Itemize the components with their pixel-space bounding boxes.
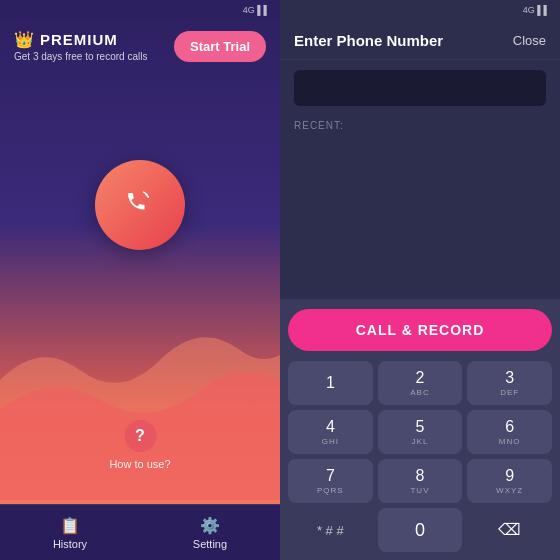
dial-key-9[interactable]: 9WXYZ xyxy=(467,459,552,503)
dial-key-main-8: 9 xyxy=(505,468,514,484)
start-trial-button[interactable]: Start Trial xyxy=(174,31,266,62)
dial-key-main-9: * # # xyxy=(317,524,344,537)
dial-key-main-6: 7 xyxy=(326,468,335,484)
dial-key-main-7: 8 xyxy=(416,468,425,484)
how-to-use-section[interactable]: ? How to use? xyxy=(109,420,170,470)
history-label: History xyxy=(53,538,87,550)
close-button[interactable]: Close xyxy=(513,33,546,48)
dial-key-⌫[interactable]: ⌫ xyxy=(467,508,552,552)
premium-subtitle: Get 3 days free to record calls xyxy=(14,51,147,62)
dial-key-sub-2: DEF xyxy=(500,388,519,397)
premium-info: 👑 PREMIUM Get 3 days free to record call… xyxy=(14,30,147,62)
left-header: 👑 PREMIUM Get 3 days free to record call… xyxy=(0,20,280,70)
dial-key-1[interactable]: 1 xyxy=(288,361,373,405)
left-status-text: 4G ▌▌ xyxy=(243,5,270,15)
nav-item-setting[interactable]: ⚙️ Setting xyxy=(193,516,227,550)
dial-key-4[interactable]: 4GHI xyxy=(288,410,373,454)
dial-key-2[interactable]: 2ABC xyxy=(378,361,463,405)
dialpad-container: CALL & RECORD 12ABC3DEF4GHI5JKL6MNO7PQRS… xyxy=(280,299,560,560)
call-record-button[interactable]: CALL & RECORD xyxy=(288,309,552,351)
premium-label: PREMIUM xyxy=(40,31,118,48)
dial-key-main-3: 4 xyxy=(326,419,335,435)
setting-icon: ⚙️ xyxy=(200,516,220,535)
dial-key-sub-1: ABC xyxy=(410,388,429,397)
phone-number-input[interactable] xyxy=(294,70,546,106)
right-panel: 4G ▌▌ Enter Phone Number Close RECENT: C… xyxy=(280,0,560,560)
dial-key-*##[interactable]: * # # xyxy=(288,508,373,552)
enter-phone-title: Enter Phone Number xyxy=(294,32,443,49)
question-button[interactable]: ? xyxy=(124,420,156,452)
wave-decoration xyxy=(0,300,280,500)
wave-svg xyxy=(0,300,280,500)
dial-key-8[interactable]: 8TUV xyxy=(378,459,463,503)
how-to-label: How to use? xyxy=(109,458,170,470)
dial-key-6[interactable]: 6MNO xyxy=(467,410,552,454)
dial-key-main-1: 2 xyxy=(416,370,425,386)
left-panel: 4G ▌▌ 👑 PREMIUM Get 3 days free to recor… xyxy=(0,0,280,560)
dial-key-main-5: 6 xyxy=(505,419,514,435)
dial-key-sub-7: TUV xyxy=(410,486,429,495)
dial-key-3[interactable]: 3DEF xyxy=(467,361,552,405)
setting-label: Setting xyxy=(193,538,227,550)
dialpad-grid: 12ABC3DEF4GHI5JKL6MNO7PQRS8TUV9WXYZ* # #… xyxy=(288,361,552,552)
nav-item-history[interactable]: 📋 History xyxy=(53,516,87,550)
dial-key-0[interactable]: 0 xyxy=(378,508,463,552)
history-icon: 📋 xyxy=(60,516,80,535)
phone-svg xyxy=(118,183,162,227)
recent-label: RECENT: xyxy=(280,116,560,135)
left-status-bar: 4G ▌▌ xyxy=(0,0,280,20)
dial-key-sub-3: GHI xyxy=(322,437,339,446)
dial-key-7[interactable]: 7PQRS xyxy=(288,459,373,503)
dial-key-main-11: ⌫ xyxy=(498,522,521,538)
dial-key-sub-6: PQRS xyxy=(317,486,344,495)
dial-key-sub-4: JKL xyxy=(412,437,429,446)
left-bottom-nav: 📋 History ⚙️ Setting xyxy=(0,504,280,560)
recent-area xyxy=(280,135,560,299)
dial-key-sub-8: WXYZ xyxy=(496,486,523,495)
dial-key-main-4: 5 xyxy=(416,419,425,435)
dial-key-main-2: 3 xyxy=(505,370,514,386)
right-header: Enter Phone Number Close xyxy=(280,20,560,60)
crown-icon: 👑 xyxy=(14,30,34,49)
dial-key-5[interactable]: 5JKL xyxy=(378,410,463,454)
dial-key-main-10: 0 xyxy=(415,521,425,539)
dial-key-main-0: 1 xyxy=(326,375,335,391)
phone-call-icon[interactable] xyxy=(95,160,185,250)
premium-title-row: 👑 PREMIUM xyxy=(14,30,147,49)
dial-key-sub-5: MNO xyxy=(499,437,521,446)
right-status-text: 4G ▌▌ xyxy=(523,5,550,15)
right-status-bar: 4G ▌▌ xyxy=(280,0,560,20)
